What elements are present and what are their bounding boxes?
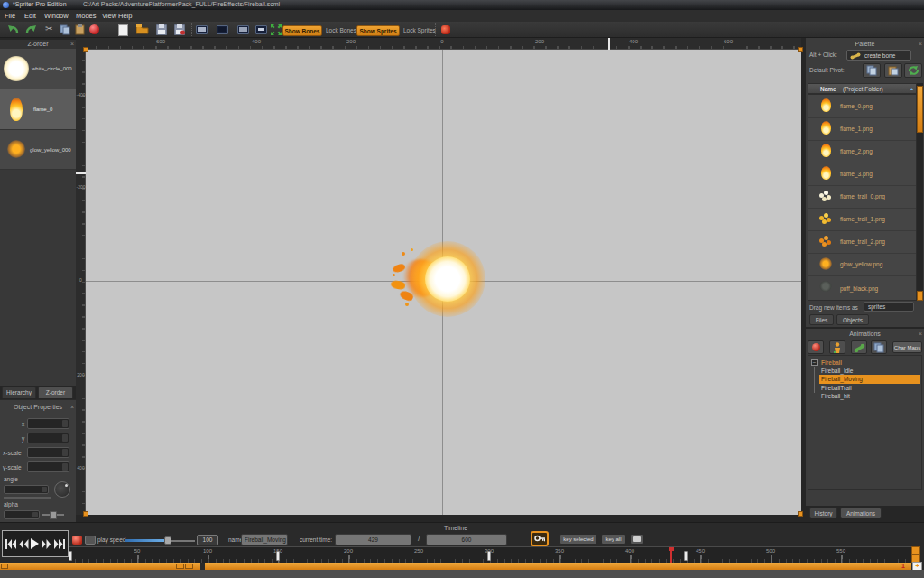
new-animation-button[interactable] xyxy=(829,340,845,354)
file-row[interactable]: flame_trail_0.png xyxy=(808,185,917,209)
palette-scrollbar[interactable] xyxy=(917,83,923,301)
new-file-icon[interactable] xyxy=(118,24,128,36)
spinner-icon[interactable] xyxy=(62,420,68,427)
skip-to-start-button[interactable] xyxy=(5,539,16,549)
file-row[interactable]: flame_1.png xyxy=(808,117,917,141)
x-field[interactable] xyxy=(27,418,69,429)
file-row[interactable]: flame_0.png xyxy=(808,95,917,118)
open-folder-icon[interactable] xyxy=(136,24,149,34)
current-time-field[interactable]: 429 xyxy=(335,534,411,545)
canvas-viewport[interactable] xyxy=(86,50,801,515)
spinner-icon[interactable] xyxy=(62,449,68,456)
keyframe-marker[interactable] xyxy=(487,551,491,561)
bone-tool-icon[interactable] xyxy=(441,25,450,34)
alpha-field[interactable] xyxy=(4,510,40,519)
pivot-copy-button[interactable] xyxy=(863,63,881,78)
canvas-corner-handle[interactable] xyxy=(798,47,803,52)
play-speed-slider-thumb[interactable] xyxy=(164,536,171,545)
playhead[interactable] xyxy=(670,547,672,563)
tab-files[interactable]: Files xyxy=(809,314,834,325)
window-layout-3-icon[interactable] xyxy=(237,25,249,34)
show-bones-button[interactable]: Show Bones xyxy=(282,25,322,36)
snap-button[interactable] xyxy=(85,536,96,545)
timeline-left-scrollbar[interactable] xyxy=(0,563,200,570)
redo-icon[interactable] xyxy=(25,24,37,34)
scrollbar-thumb[interactable] xyxy=(917,86,923,133)
fullscreen-icon[interactable] xyxy=(271,24,282,35)
window-layout-1-icon[interactable] xyxy=(196,25,208,34)
window-layout-4-icon[interactable] xyxy=(255,25,267,34)
yscale-field[interactable] xyxy=(27,461,69,472)
tab-hierarchy[interactable]: Hierarchy xyxy=(2,387,36,398)
collapse-arrow-icon[interactable]: ▲ xyxy=(910,86,914,91)
animation-root[interactable]: Fireball xyxy=(821,359,842,366)
scrollbar-right-button[interactable] xyxy=(185,564,193,569)
keyframe-marker[interactable] xyxy=(276,551,280,561)
angle-dial[interactable] xyxy=(54,481,70,498)
canvas-corner-handle[interactable] xyxy=(798,511,803,517)
previous-frame-button[interactable] xyxy=(19,539,29,549)
file-row[interactable]: puff_black.png xyxy=(808,275,917,301)
tab-animations[interactable]: Animations xyxy=(840,508,882,518)
key-selected-button[interactable]: key selected xyxy=(559,534,597,545)
show-sprites-button[interactable]: Show Sprites xyxy=(356,25,400,36)
tab-zorder[interactable]: Z-order xyxy=(38,387,73,398)
delete-animation-button[interactable] xyxy=(808,340,824,354)
paste-icon[interactable] xyxy=(75,24,85,35)
animation-name-field[interactable]: Fireball_Moving xyxy=(241,534,288,545)
angle-field[interactable] xyxy=(4,485,49,494)
spinner-icon[interactable] xyxy=(42,487,47,492)
angle-slider[interactable] xyxy=(4,497,51,499)
canvas-corner-handle[interactable] xyxy=(83,511,88,517)
close-icon[interactable]: × xyxy=(70,403,74,412)
file-row[interactable]: flame_3.png xyxy=(808,163,917,186)
lock-bones-button[interactable]: Lock Bones xyxy=(326,27,356,33)
file-row[interactable]: flame_trail_2.png xyxy=(808,230,917,254)
menu-modes[interactable]: Modes xyxy=(76,12,97,20)
delete-icon[interactable] xyxy=(89,24,99,34)
total-time-field[interactable]: 600 xyxy=(426,534,507,545)
play-speed-value-box[interactable]: 100 xyxy=(197,535,218,545)
menu-edit[interactable]: Edit xyxy=(24,12,36,20)
cut-icon[interactable]: ✂ xyxy=(45,23,52,33)
loop-mode-button[interactable] xyxy=(72,536,82,545)
next-frame-button[interactable] xyxy=(42,539,51,549)
scrollbar-right-button[interactable] xyxy=(176,564,184,569)
animation-item-idle[interactable]: Fireball_Idle xyxy=(821,368,853,374)
keyframe-options-button[interactable] xyxy=(630,534,644,545)
lock-sprites-button[interactable]: Lock Sprites xyxy=(403,27,436,33)
file-row[interactable]: flame_trail_1.png xyxy=(808,208,917,231)
spinner-icon[interactable] xyxy=(62,434,68,442)
tab-objects[interactable]: Objects xyxy=(836,314,869,325)
keyframe-marker[interactable] xyxy=(69,551,72,561)
scrollbar-left-button[interactable] xyxy=(1,564,8,569)
play-speed-slider[interactable] xyxy=(125,540,195,542)
canvas-corner-handle[interactable] xyxy=(83,47,88,52)
fireball-sprite[interactable] xyxy=(383,230,510,330)
zorder-item-glow[interactable]: glow_yellow_000 xyxy=(0,130,76,170)
drag-items-dropdown[interactable]: sprites xyxy=(864,302,914,312)
alpha-slider-thumb[interactable] xyxy=(50,511,57,519)
key-button[interactable] xyxy=(531,531,549,546)
key-all-button[interactable]: key all xyxy=(601,534,626,545)
alpha-slider[interactable] xyxy=(42,514,64,516)
keyframe-marker[interactable] xyxy=(684,551,688,561)
close-icon[interactable]: × xyxy=(919,40,922,49)
timeline-scroll-up-button[interactable] xyxy=(911,546,920,555)
xscale-field[interactable] xyxy=(27,447,69,458)
copy-icon[interactable] xyxy=(60,24,70,35)
window-layout-2-icon[interactable] xyxy=(217,25,228,34)
scrollbar-down-button[interactable] xyxy=(917,291,923,301)
timeline-ruler[interactable]: 50 100 150 200 250 300 350 400 450 500 5… xyxy=(69,546,911,563)
timeline-track-row[interactable]: 1 xyxy=(205,563,911,570)
file-row[interactable]: flame_2.png xyxy=(808,140,917,163)
menu-window[interactable]: Window xyxy=(44,12,69,20)
tab-history[interactable]: History xyxy=(809,508,837,518)
skip-to-end-button[interactable] xyxy=(54,539,65,549)
tree-collapse-icon[interactable]: − xyxy=(811,359,818,366)
file-row[interactable]: glow_yellow.png xyxy=(808,253,917,276)
zorder-item-white-circle[interactable]: white_circle_000 xyxy=(0,49,76,89)
menu-view[interactable]: View xyxy=(102,12,116,20)
char-maps-button[interactable]: Char Maps xyxy=(892,341,922,353)
save-icon[interactable] xyxy=(156,24,167,35)
